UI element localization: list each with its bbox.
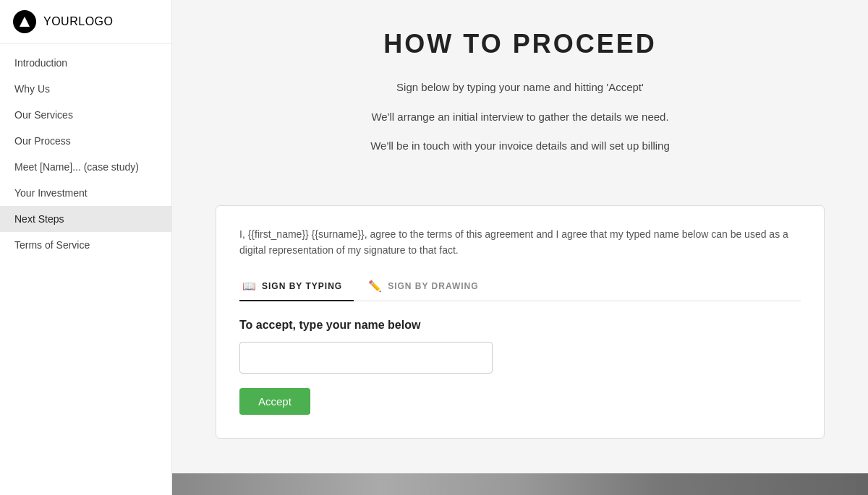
- sidebar-item-our-process[interactable]: Our Process: [0, 128, 171, 154]
- sidebar-item-meet-name[interactable]: Meet [Name]... (case study): [0, 154, 171, 180]
- hero-step-1: Sign below by typing your name and hitti…: [396, 79, 644, 96]
- logo-light: LOGO: [78, 15, 113, 27]
- nav-list: Introduction Why Us Our Services Our Pro…: [0, 44, 171, 495]
- accept-button[interactable]: Accept: [239, 388, 310, 415]
- sidebar-item-your-investment[interactable]: Your Investment: [0, 180, 171, 206]
- logo-bold: YOUR: [43, 15, 78, 27]
- tab-drawing-label: SIGN BY DRAWING: [388, 281, 478, 291]
- sign-tabs: 📖 SIGN BY TYPING ✏️ SIGN BY DRAWING: [239, 274, 801, 301]
- bottom-image-strip: [172, 473, 868, 495]
- logo-bolt-icon: [20, 17, 30, 27]
- sidebar-item-why-us[interactable]: Why Us: [0, 76, 171, 102]
- hero-step-3: We'll be in touch with your invoice deta…: [370, 138, 670, 155]
- logo-icon: [13, 10, 36, 33]
- logo-area: YOURLOGO: [0, 0, 171, 44]
- tab-sign-by-drawing[interactable]: ✏️ SIGN BY DRAWING: [365, 274, 490, 301]
- hero-steps: Sign below by typing your name and hitti…: [216, 79, 825, 155]
- sidebar-item-terms[interactable]: Terms of Service: [0, 232, 171, 258]
- agreement-text: I, {{first_name}} {{surname}}, agree to …: [239, 226, 801, 259]
- sidebar: YOURLOGO Introduction Why Us Our Service…: [0, 0, 172, 495]
- tab-sign-by-typing[interactable]: 📖 SIGN BY TYPING: [239, 274, 354, 301]
- sidebar-item-introduction[interactable]: Introduction: [0, 50, 171, 76]
- main-content: HOW TO PROCEED Sign below by typing your…: [172, 0, 868, 495]
- hero-step-2: We'll arrange an initial interview to ga…: [371, 109, 668, 126]
- book-icon: 📖: [242, 280, 257, 293]
- signature-card-wrapper: I, {{first_name}} {{surname}}, agree to …: [172, 191, 868, 461]
- page-title: HOW TO PROCEED: [216, 29, 825, 59]
- sign-prompt-label: To accept, type your name below: [239, 319, 801, 332]
- sidebar-item-next-steps[interactable]: Next Steps: [0, 206, 171, 232]
- sidebar-item-our-services[interactable]: Our Services: [0, 102, 171, 128]
- logo-text: YOURLOGO: [43, 15, 113, 28]
- tab-typing-label: SIGN BY TYPING: [262, 281, 342, 291]
- pencil-icon: ✏️: [368, 280, 383, 293]
- name-input[interactable]: [239, 342, 493, 374]
- hero-section: HOW TO PROCEED Sign below by typing your…: [172, 0, 868, 191]
- signature-card: I, {{first_name}} {{surname}}, agree to …: [216, 205, 825, 439]
